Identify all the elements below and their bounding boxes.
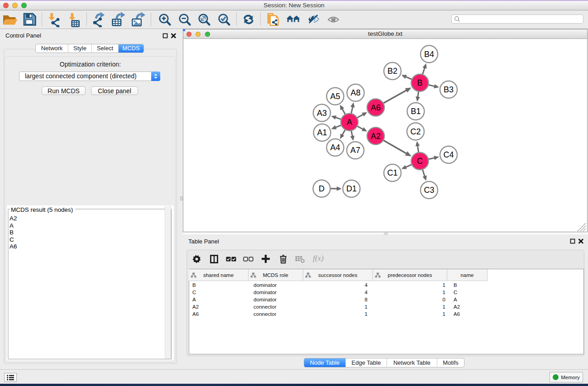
- svg-text:C4: C4: [443, 150, 454, 159]
- svg-text:A4: A4: [330, 143, 340, 152]
- svg-text:A3: A3: [317, 109, 327, 118]
- svg-text:B2: B2: [387, 67, 397, 76]
- svg-text:A1: A1: [317, 128, 327, 137]
- svg-text:C2: C2: [410, 127, 421, 136]
- svg-text:B: B: [417, 78, 422, 87]
- svg-text:D: D: [319, 184, 325, 193]
- svg-text:D1: D1: [346, 184, 357, 193]
- svg-text:A8: A8: [350, 88, 360, 97]
- svg-text:A2: A2: [371, 132, 381, 141]
- svg-text:A: A: [347, 118, 352, 127]
- svg-text:A7: A7: [350, 146, 360, 155]
- svg-text:A6: A6: [371, 103, 381, 112]
- svg-text:C3: C3: [424, 186, 434, 195]
- svg-text:B1: B1: [411, 107, 421, 116]
- svg-text:A5: A5: [330, 92, 340, 101]
- svg-text:B3: B3: [444, 85, 454, 94]
- svg-text:B4: B4: [424, 50, 434, 59]
- svg-text:C1: C1: [387, 168, 397, 177]
- svg-text:C: C: [417, 157, 423, 166]
